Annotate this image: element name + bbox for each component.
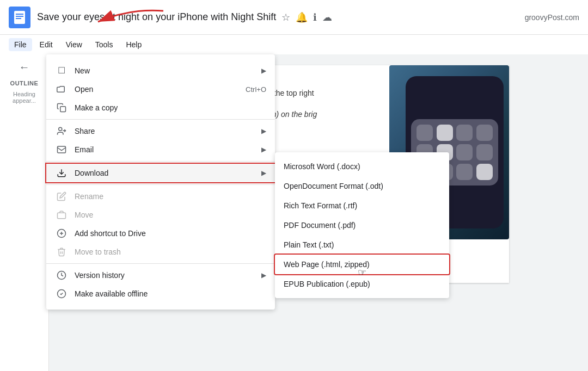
menu-new[interactable]: ☐ New ▶ — [46, 61, 275, 80]
menu-make-available-offline[interactable]: Make available offline — [46, 285, 275, 303]
menu-file[interactable]: File — [9, 38, 32, 51]
open-icon — [55, 84, 68, 94]
svg-rect-4 — [16, 18, 21, 19]
cc-icon-12 — [476, 164, 493, 180]
share-icon — [55, 126, 68, 136]
cursor-icon: ☞ — [358, 267, 366, 279]
menu-edit[interactable]: Edit — [34, 38, 58, 51]
download-html[interactable]: Web Page (.html, zipped) ☞ — [275, 255, 449, 274]
title-icons: ☆ 🔔 ℹ ☁ — [281, 11, 332, 23]
menu-move: Move — [46, 206, 275, 224]
menu-bar: File Edit View Tools Help — [0, 35, 588, 54]
back-icon: ← — [19, 61, 30, 73]
version-history-icon — [55, 270, 68, 280]
red-arrow-annotation — [65, 5, 174, 35]
menu-move-trash: Move to trash — [46, 243, 275, 261]
svg-rect-2 — [16, 14, 23, 15]
trash-icon — [55, 247, 68, 257]
menu-version-history[interactable]: Version history ▶ — [46, 266, 275, 285]
file-menu-section-1: ☐ New ▶ Open Ctrl+O Make a copy — [46, 59, 275, 120]
share-arrow-icon: ▶ — [261, 127, 266, 135]
svg-rect-1 — [14, 11, 25, 24]
new-icon: ☐ — [55, 65, 68, 76]
new-arrow-icon: ▶ — [261, 67, 266, 75]
cc-icon-2 — [437, 125, 453, 141]
back-button[interactable]: ← — [4, 61, 44, 73]
file-menu-dropdown: ☐ New ▶ Open Ctrl+O Make a copy — [46, 54, 275, 310]
file-menu-section-4: Rename Move Add shortcut to Drive — [46, 185, 275, 264]
menu-view[interactable]: View — [60, 38, 88, 51]
cc-icon-8 — [476, 144, 493, 160]
download-word[interactable]: Microsoft Word (.docx) — [275, 157, 449, 176]
download-arrow-icon: ▶ — [261, 169, 266, 177]
download-rtf[interactable]: Rich Text Format (.rtf) — [275, 196, 449, 215]
menu-share[interactable]: Share ▶ — [46, 122, 275, 140]
sidebar-content: Headingappear... — [4, 91, 44, 104]
cc-icon-7 — [456, 144, 473, 160]
file-menu-section-2: Share ▶ Email ▶ — [46, 120, 275, 162]
sidebar-label: OUTLINE — [4, 80, 44, 86]
cc-icon-11 — [456, 164, 473, 180]
copy-icon — [55, 103, 68, 113]
star-icon[interactable]: ☆ — [281, 11, 290, 23]
info-icon[interactable]: ℹ — [313, 11, 317, 23]
notification-icon[interactable]: 🔔 — [296, 11, 308, 23]
cc-icon-1 — [416, 125, 433, 141]
svg-rect-3 — [16, 16, 23, 17]
email-icon — [55, 145, 68, 154]
svg-rect-10 — [58, 213, 66, 219]
menu-open[interactable]: Open Ctrl+O — [46, 80, 275, 98]
version-history-arrow-icon: ▶ — [261, 271, 266, 279]
menu-help[interactable]: Help — [120, 38, 147, 51]
svg-rect-8 — [58, 146, 66, 153]
site-name: groovyPost.com — [525, 13, 579, 22]
menu-tools[interactable]: Tools — [90, 38, 119, 51]
cloud-icon[interactable]: ☁ — [322, 11, 332, 23]
download-txt[interactable]: Plain Text (.txt) — [275, 235, 449, 255]
offline-icon — [55, 289, 68, 299]
menu-download[interactable]: Download ▶ — [46, 164, 275, 182]
sidebar-heading-text: Headingappear... — [13, 91, 36, 104]
cc-icon-4 — [476, 125, 493, 141]
move-icon — [55, 210, 68, 220]
download-odt[interactable]: OpenDocument Format (.odt) — [275, 176, 449, 196]
svg-point-7 — [59, 127, 62, 131]
add-shortcut-icon — [55, 228, 68, 238]
menu-make-copy[interactable]: Make a copy — [46, 98, 275, 117]
svg-rect-6 — [60, 107, 66, 112]
rename-icon — [55, 191, 68, 201]
file-menu-section-3: Download ▶ — [46, 162, 275, 185]
email-arrow-icon: ▶ — [261, 146, 266, 153]
cc-icon-3 — [456, 125, 473, 141]
sidebar: ← OUTLINE Headingappear... — [0, 54, 49, 371]
google-docs-icon — [9, 7, 30, 28]
download-pdf[interactable]: PDF Document (.pdf) — [275, 215, 449, 235]
menu-add-shortcut[interactable]: Add shortcut to Drive — [46, 224, 275, 243]
menu-email[interactable]: Email ▶ — [46, 140, 275, 159]
download-submenu: Microsoft Word (.docx) OpenDocument Form… — [275, 152, 449, 298]
file-menu-section-5: Version history ▶ Make available offline — [46, 264, 275, 305]
download-icon — [55, 168, 68, 178]
menu-rename: Rename — [46, 187, 275, 206]
